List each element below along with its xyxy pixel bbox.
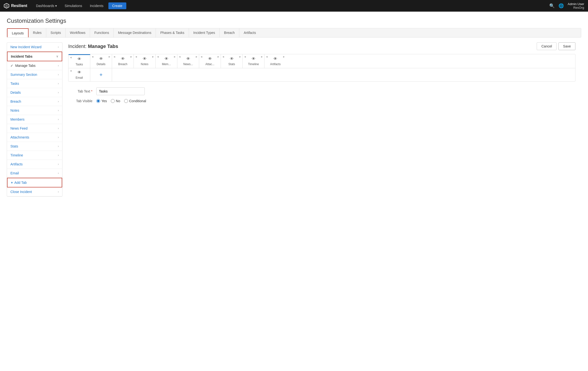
nav-right-icon-stats[interactable]: ► [239, 55, 242, 58]
nav-right-icon-notes[interactable]: ► [152, 55, 154, 58]
nav-incidents[interactable]: Incidents [87, 2, 106, 9]
nav-left-icon-attachments[interactable]: ◄ [200, 55, 203, 58]
sidebar-item-manage-tabs[interactable]: ✓ Manage Tabs › [7, 61, 62, 70]
grid-tab-breach[interactable]: ◄ ► 👁 Breach [112, 54, 134, 68]
radio-no-input[interactable] [111, 99, 115, 103]
grid-tab-tasks[interactable]: ◄ 👁 Tasks [68, 54, 90, 68]
tab-label-email: Email [75, 76, 83, 79]
sidebar-item-close-incident[interactable]: Close Incident › [7, 187, 62, 196]
grid-tab-news[interactable]: ◄ ► 👁 News... [177, 54, 199, 68]
sidebar-item-details[interactable]: Details › [7, 88, 62, 97]
tab-phases-tasks[interactable]: Phases & Tasks [156, 28, 189, 37]
tab-form: Tab Text * Tab Visible Yes No [68, 87, 575, 103]
content-title-bold: Manage Tabs [88, 44, 118, 49]
nav-left-icon-artifacts[interactable]: ◄ [265, 55, 268, 58]
grid-tab-stats[interactable]: ◄ ► 👁 Stats [221, 54, 243, 68]
add-tab-label: Add Tab [14, 181, 27, 185]
tab-functions[interactable]: Functions [90, 28, 114, 37]
chevron-right-icon-close-incident: › [58, 190, 59, 194]
nav-left-icon-tasks[interactable]: ◄ [69, 56, 72, 59]
sidebar-item-notes[interactable]: Notes › [7, 106, 62, 115]
add-tab-button[interactable]: + Add Tab [7, 178, 62, 187]
logo-icon [4, 3, 9, 9]
tab-incident-types[interactable]: Incident Types [189, 28, 220, 37]
tab-scripts[interactable]: Scripts [46, 28, 66, 37]
nav-right-icon-members[interactable]: ► [174, 55, 176, 58]
sidebar-label-stats: Stats [10, 144, 18, 148]
chevron-right-icon-manage: › [58, 64, 59, 67]
tab-breach[interactable]: Breach [220, 28, 239, 37]
grid-tab-notes[interactable]: ◄ ► 👁 Notes [134, 54, 156, 68]
nav-right-icon-details[interactable]: ► [108, 55, 111, 58]
grid-tab-details[interactable]: ◄ ► 👁 Details [90, 54, 112, 68]
sidebar-item-attachments[interactable]: Attachments › [7, 133, 62, 142]
sidebar-item-breach[interactable]: Breach › [7, 97, 62, 106]
app-logo[interactable]: Resilient [4, 3, 27, 9]
tab-message-destinations[interactable]: Message Destinations [114, 28, 156, 37]
sidebar-item-tasks[interactable]: Tasks › [7, 79, 62, 88]
nav-dashboards[interactable]: Dashboards ▾ [33, 2, 60, 9]
chevron-right-icon-notes: › [58, 109, 59, 112]
nav-left-icon-timeline[interactable]: ◄ [244, 55, 246, 58]
svg-marker-1 [5, 4, 8, 8]
grid-tab-attachments[interactable]: ◄ ► 👁 Attac... [199, 54, 221, 68]
radio-no[interactable]: No [111, 99, 120, 103]
sidebar-item-timeline[interactable]: Timeline › [7, 151, 62, 160]
tab-label-stats: Stats [228, 63, 235, 66]
plus-icon: + [11, 181, 13, 185]
eye-icon-notes: 👁 [143, 57, 147, 61]
radio-conditional-input[interactable] [124, 99, 128, 103]
tab-rules[interactable]: Rules [29, 28, 46, 37]
grid-tab-members[interactable]: ◄ ► 👁 Mem... [156, 54, 177, 68]
grid-tab-artifacts[interactable]: ◄ ► 👁 Artifacts [264, 54, 286, 68]
radio-yes[interactable]: Yes [96, 99, 107, 103]
radio-conditional[interactable]: Conditional [124, 99, 146, 103]
sidebar-item-summary-section[interactable]: Summary Section › [7, 70, 62, 79]
grid-tab-email[interactable]: ◄ 👁 Email [68, 68, 90, 81]
grid-tab-add[interactable]: + [90, 68, 112, 81]
search-icon[interactable]: 🔍 [549, 3, 555, 9]
sidebar-item-members[interactable]: Members › [7, 115, 62, 124]
nav-right-icon-artifacts[interactable]: ► [283, 55, 285, 58]
nav-right-icon-news[interactable]: ► [195, 55, 198, 58]
nav-right-icon-timeline[interactable]: ► [261, 55, 263, 58]
sidebar-item-new-incident-wizard[interactable]: New Incident Wizard › [7, 43, 62, 52]
nav-left-icon-notes[interactable]: ◄ [135, 55, 137, 58]
tab-layouts[interactable]: Layouts [7, 28, 29, 38]
create-button[interactable]: Create [108, 2, 126, 9]
tab-label-breach: Breach [118, 63, 127, 66]
sidebar-label-news-feed: News Feed [10, 126, 28, 130]
save-button[interactable]: Save [558, 42, 575, 50]
tab-text-input[interactable] [96, 87, 145, 95]
nav-left-icon-details[interactable]: ◄ [91, 55, 94, 58]
nav-left-icon-breach[interactable]: ◄ [113, 55, 116, 58]
sidebar-item-email[interactable]: Email › [7, 169, 62, 178]
sidebar-item-artifacts[interactable]: Artifacts › [7, 160, 62, 169]
add-tab-icon: + [99, 72, 103, 78]
nav-left-icon-email[interactable]: ◄ [69, 69, 72, 72]
grid-tab-timeline[interactable]: ◄ ► 👁 Timeline [243, 54, 264, 68]
globe-icon[interactable]: 🌐 [558, 3, 564, 9]
sidebar-section-incident-tabs: Incident Tabs ∨ [7, 52, 62, 61]
nav-left-icon-members[interactable]: ◄ [157, 55, 159, 58]
nav-left-icon-stats[interactable]: ◄ [222, 55, 225, 58]
cancel-button[interactable]: Cancel [537, 42, 556, 50]
nav-right-icon-attachments[interactable]: ► [217, 55, 220, 58]
user-menu[interactable]: Admin User ResOrg [568, 2, 584, 10]
check-icon: ✓ [10, 64, 13, 67]
sidebar-item-stats[interactable]: Stats › [7, 142, 62, 151]
tab-text-label: Tab Text * [68, 89, 93, 93]
radio-yes-input[interactable] [96, 99, 100, 103]
sidebar-item-news-feed[interactable]: News Feed › [7, 124, 62, 133]
eye-icon-attachments: 👁 [208, 57, 212, 61]
chevron-right-icon-breach: › [58, 100, 59, 103]
tab-workflows[interactable]: Workflows [66, 28, 90, 37]
nav-right-icon-breach[interactable]: ► [130, 55, 133, 58]
nav-left-icon-news[interactable]: ◄ [178, 55, 181, 58]
sidebar-label-close-incident: Close Incident [10, 190, 32, 194]
tab-label-members: Mem... [162, 63, 171, 66]
eye-icon-members: 👁 [165, 57, 168, 61]
chevron-right-icon-email: › [58, 172, 59, 175]
nav-simulations[interactable]: Simulations [62, 2, 85, 9]
tab-artifacts[interactable]: Artifacts [239, 28, 260, 37]
